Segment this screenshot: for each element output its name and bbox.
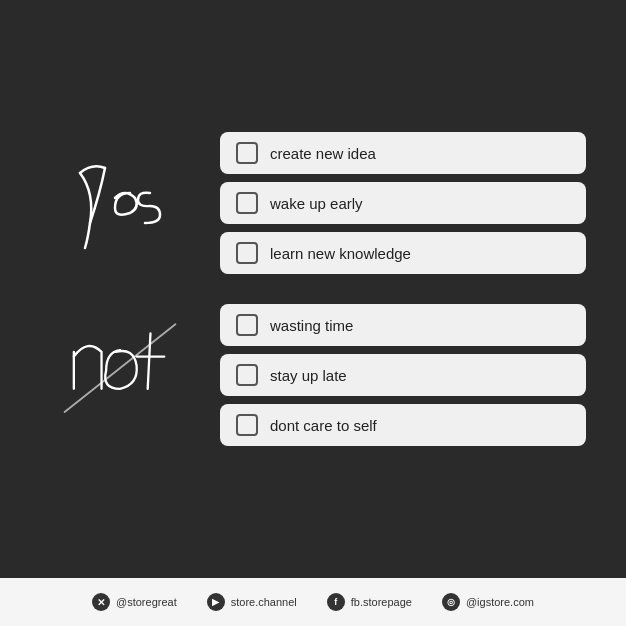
checkbox-dont-care-to-self[interactable] bbox=[236, 414, 258, 436]
checkbox-create-new-idea[interactable] bbox=[236, 142, 258, 164]
x-icon: ✕ bbox=[92, 593, 110, 611]
not-checklist: wasting time stay up late dont care to s… bbox=[220, 304, 586, 446]
checklist-item-wasting-time: wasting time bbox=[220, 304, 586, 346]
checklist-item-dont-care-to-self: dont care to self bbox=[220, 404, 586, 446]
yes-handwriting bbox=[40, 143, 200, 263]
twitter-handle: @storegreat bbox=[116, 596, 177, 608]
checkbox-stay-up-late[interactable] bbox=[236, 364, 258, 386]
instagram-icon: ◎ bbox=[442, 593, 460, 611]
footer-item-twitter: ✕ @storegreat bbox=[92, 593, 177, 611]
checklist-item-learn-new-knowledge: learn new knowledge bbox=[220, 232, 586, 274]
item-text-learn-new-knowledge: learn new knowledge bbox=[270, 245, 411, 262]
item-text-create-new-idea: create new idea bbox=[270, 145, 376, 162]
checklist-item-create-new-idea: create new idea bbox=[220, 132, 586, 174]
footer-item-facebook: f fb.storepage bbox=[327, 593, 412, 611]
item-text-stay-up-late: stay up late bbox=[270, 367, 347, 384]
facebook-icon: f bbox=[327, 593, 345, 611]
facebook-handle: fb.storepage bbox=[351, 596, 412, 608]
main-content: create new idea wake up early learn new … bbox=[0, 0, 626, 578]
instagram-handle: @igstore.com bbox=[466, 596, 534, 608]
play-icon: ▶ bbox=[207, 593, 225, 611]
not-handwriting bbox=[40, 315, 200, 435]
checkbox-wasting-time[interactable] bbox=[236, 314, 258, 336]
item-text-wake-up-early: wake up early bbox=[270, 195, 363, 212]
checklist-item-wake-up-early: wake up early bbox=[220, 182, 586, 224]
item-text-dont-care-to-self: dont care to self bbox=[270, 417, 377, 434]
checkbox-learn-new-knowledge[interactable] bbox=[236, 242, 258, 264]
footer: ✕ @storegreat ▶ store.channel f fb.store… bbox=[0, 578, 626, 626]
checkbox-wake-up-early[interactable] bbox=[236, 192, 258, 214]
yes-checklist: create new idea wake up early learn new … bbox=[220, 132, 586, 274]
youtube-handle: store.channel bbox=[231, 596, 297, 608]
yes-section: create new idea wake up early learn new … bbox=[40, 132, 586, 274]
checklist-item-stay-up-late: stay up late bbox=[220, 354, 586, 396]
item-text-wasting-time: wasting time bbox=[270, 317, 353, 334]
footer-item-youtube: ▶ store.channel bbox=[207, 593, 297, 611]
footer-item-instagram: ◎ @igstore.com bbox=[442, 593, 534, 611]
not-section: wasting time stay up late dont care to s… bbox=[40, 304, 586, 446]
